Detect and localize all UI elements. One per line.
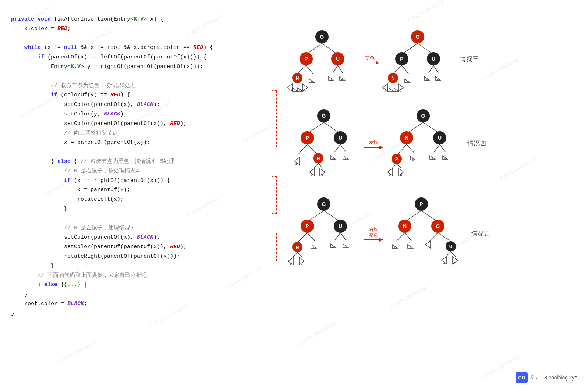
svg-line-9 (402, 65, 408, 74)
svg-text:2: 2 (409, 246, 411, 250)
code-block: private void fixAfterInsertion(Entry<K,V… (11, 11, 276, 322)
svg-text:3: 3 (426, 246, 428, 250)
code-text: rotateRight(parentOf(parentOf(x))); (11, 253, 180, 260)
dashed-bracket-4 (272, 176, 277, 214)
svg-text:5: 5 (344, 157, 346, 161)
code-text: } (11, 291, 28, 297)
svg-line-40 (314, 163, 318, 168)
situation3-after-tree: G P U N 1 2 3 (383, 26, 453, 92)
code-line-1: private void fixAfterInsertion(Entry<K,V… (11, 15, 276, 24)
code-line-close-if: } (11, 290, 276, 299)
svg-line-121 (430, 233, 438, 241)
svg-line-17 (433, 65, 438, 73)
svg-text:2: 2 (400, 89, 402, 93)
code-text: // 向上调整祖父节点 (11, 130, 118, 136)
subtree-4-label: 4 (330, 78, 332, 82)
node-n3-label: N (296, 76, 299, 81)
code-text: if (parentOf(x) == leftOf(parentOf(paren… (11, 54, 206, 60)
svg-text:P: P (395, 157, 398, 162)
svg-text:5: 5 (344, 245, 346, 249)
svg-text:U: U (339, 223, 342, 229)
svg-text:1: 1 (289, 262, 291, 265)
svg-line-60 (398, 144, 407, 154)
code-line-close-method: } (11, 309, 276, 318)
code-line-blank3 (11, 147, 276, 157)
code-line-else2: } else {{...} + (11, 280, 276, 290)
situation4-after-tree: G N U P 3 1 (386, 107, 460, 180)
svg-text:P: P (305, 223, 309, 229)
node-g3-label: G (320, 34, 324, 40)
edge-u-l (333, 65, 338, 73)
arrow-label-3: 变色 (365, 55, 375, 61)
svg-text:N: N (405, 135, 408, 141)
svg-text:2: 2 (394, 88, 396, 92)
code-text: while (x != null && x != root && x.paren… (11, 44, 213, 51)
svg-text:4: 4 (426, 78, 428, 82)
code-line-comment-below: // 下面的代码和上面类似，大家自己分析吧 (11, 271, 276, 281)
code-line-close-if4: } (11, 204, 265, 214)
code-line-2: x.color = RED; (11, 24, 276, 34)
svg-text:4: 4 (332, 157, 334, 161)
expand-button[interactable]: + (85, 282, 91, 288)
situation3-inner: if (colorOf(y) == RED) { setColor(parent… (11, 90, 276, 147)
code-text: setColor(parentOf(x), BLACK); (11, 234, 160, 240)
svg-line-98 (335, 233, 340, 240)
svg-line-112 (438, 233, 449, 240)
svg-line-16 (429, 65, 433, 73)
arrow-situation3: 变色 (361, 55, 379, 63)
situation3-block: // 叔叔节点为红色，按情况3处理 if (colorOf(y) == RED)… (11, 81, 276, 148)
svg-line-93 (297, 252, 302, 257)
footer-copyright: © 2018 coolblog.xyz (531, 375, 577, 381)
code-line-comment3: // 叔叔节点为红色，按情况3处理 (11, 81, 276, 91)
arrow-right-5 (364, 239, 383, 240)
code-text: } else { // 叔叔节点为黑色，按情况4、5处理 (11, 158, 174, 165)
arrow-right-4 (364, 147, 383, 148)
situation5-label: 情况五 (471, 229, 490, 238)
code-text: // N 是右孩子，按处理情况4 (11, 168, 139, 174)
code-line-sc4: setColor(parentOf(x), BLACK); (11, 233, 265, 242)
situation5-before-tree: G P U N 3 1 (287, 195, 361, 272)
code-line-comment4: // N 是右孩子，按处理情况4 (11, 167, 276, 176)
code-text: x.color = RED; (11, 26, 71, 32)
svg-text:4: 4 (332, 245, 334, 249)
svg-text:4: 4 (443, 261, 445, 265)
code-text: if (colorOf(y) == RED) { (11, 92, 130, 98)
diagram-panel: G P U N 1 2 (280, 7, 588, 382)
svg-text:1: 1 (389, 173, 390, 176)
code-text: // 叔叔节点为红色，按情况3处理 (11, 83, 136, 89)
code-line-if-color: if (colorOf(y) == RED) { (11, 90, 265, 100)
code-text: // 下面的代码和上面类似，大家自己分析吧 (11, 272, 147, 279)
svg-line-124 (446, 251, 451, 257)
svg-line-6 (393, 65, 402, 74)
cb-logo: CB (516, 372, 528, 383)
arrow-label-5: 右旋变色 (369, 227, 378, 238)
svg-text:G: G (436, 223, 440, 229)
situation4-diagram: G P U N 1 2 (287, 107, 581, 180)
code-text: rotateLeft(x); (11, 196, 124, 203)
code-line-setcolor3: setColor(parentOf(parentOf(x)), RED); (11, 119, 265, 129)
svg-text:2: 2 (400, 173, 402, 176)
svg-text:4: 4 (431, 157, 433, 161)
svg-text:1: 1 (393, 246, 395, 250)
code-line-sc5: setColor(parentOf(parentOf(x)), RED); (11, 242, 265, 252)
code-line-close-else: } (11, 261, 276, 271)
subtree-5-label: 5 (341, 78, 343, 82)
svg-text:2: 2 (310, 173, 312, 176)
sub2-txt: 2 (304, 89, 306, 93)
situation5-inner: setColor(parentOf(x), BLACK); setColor(p… (11, 233, 276, 261)
svg-line-66 (392, 164, 397, 168)
svg-text:3: 3 (321, 173, 323, 176)
svg-text:U: U (339, 135, 342, 141)
svg-text:5: 5 (444, 157, 446, 161)
svg-line-73 (440, 144, 445, 152)
subtree-3-label: 3 (311, 81, 312, 84)
code-text: x = parentOf(x); (11, 187, 130, 193)
svg-text:U: U (449, 244, 453, 249)
code-text: root.color = BLACK; (11, 301, 87, 307)
svg-text:P: P (305, 135, 309, 141)
code-line-rotateleft: rotateLeft(x); (11, 195, 265, 204)
situation4-block: } else { // 叔叔节点为黑色，按情况4、5处理 // N 是右孩子，按… (11, 157, 276, 214)
code-text: private void fixAfterInsertion(Entry<K,V… (11, 16, 163, 22)
svg-text:N: N (403, 223, 407, 229)
code-line-5: if (parentOf(x) == leftOf(parentOf(paren… (11, 53, 276, 62)
